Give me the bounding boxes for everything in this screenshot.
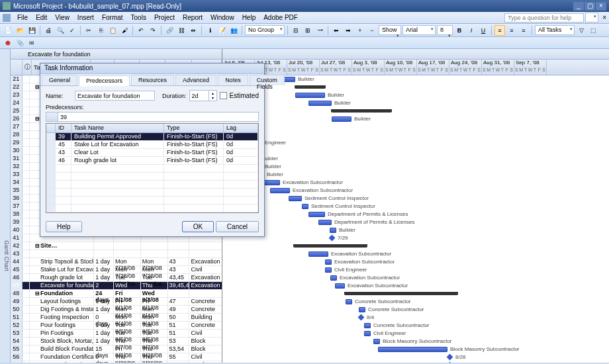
zoom-in-icon[interactable]: ⊞: [303, 25, 313, 36]
gantt-task-bar[interactable]: [378, 347, 447, 352]
tab-custom-fields[interactable]: Custom Fields: [250, 75, 285, 85]
task-row[interactable]: 55Build Block Foundation15 daysFri 8/8/0…: [11, 345, 222, 353]
task-row[interactable]: 53Pin Footings1 dayTue 8/5/08Tue 8/5/085…: [11, 330, 222, 338]
print-icon[interactable]: 🖨: [43, 25, 54, 36]
gantt-milestone[interactable]: [358, 314, 365, 321]
pdf-attach-icon[interactable]: 📎: [15, 38, 25, 48]
gantt-task-bar[interactable]: [289, 196, 302, 201]
font-dropdown[interactable]: Arial: [402, 25, 436, 35]
filter-dropdown[interactable]: All Tasks: [535, 25, 575, 35]
redo-icon[interactable]: ↷: [148, 25, 158, 36]
menu-report[interactable]: Report: [179, 13, 207, 23]
menu-insert[interactable]: Insert: [73, 13, 98, 23]
pdf-icon[interactable]: ⬢: [3, 38, 13, 48]
tab-general[interactable]: General: [42, 75, 77, 85]
task-row[interactable]: 51Footing Inspection0 daysMon 8/4/08Mon …: [11, 314, 222, 322]
gantt-task-bar[interactable]: [330, 228, 336, 233]
menu-view[interactable]: View: [51, 13, 73, 23]
tab-advanced[interactable]: Advanced: [175, 75, 216, 85]
split-icon[interactable]: ⇹: [188, 25, 199, 36]
wbs-icon[interactable]: ⬚: [588, 25, 598, 36]
task-row[interactable]: 54Stock Block, Mortar, Sand1 dayThu 8/7/…: [11, 338, 222, 345]
task-row[interactable]: 52Pour footings1 dayTue 8/5/08Tue 8/5/08…: [11, 322, 222, 330]
predecessor-row-empty[interactable]: [46, 165, 258, 173]
predecessor-row[interactable]: 46Rough grade lotFinish-to-Start (FS)0d: [46, 157, 258, 165]
estimated-checkbox[interactable]: [220, 92, 227, 99]
align-left-button[interactable]: ≡: [494, 25, 505, 36]
indent-icon[interactable]: ➡: [343, 25, 353, 36]
task-row[interactable]: 46Rough grade lot1 dayTue 7/29/08Tue 7/2…: [11, 274, 222, 282]
task-row[interactable]: 57Draw #1 (Location Survey)0 daysThu 8/2…: [11, 361, 222, 363]
gantt-task-bar[interactable]: [308, 101, 332, 106]
help-search-dropdown[interactable]: [585, 13, 598, 23]
align-right-button[interactable]: ≡: [518, 25, 529, 36]
gantt-summary-bar[interactable]: [332, 109, 391, 113]
view-tab-gantt[interactable]: Gantt Chart: [0, 49, 11, 363]
gantt-task-bar[interactable]: [308, 251, 328, 257]
undo-icon[interactable]: ↶: [136, 25, 146, 36]
grid-col-type[interactable]: Type: [164, 124, 224, 132]
new-icon[interactable]: 📄: [3, 25, 13, 36]
gantt-task-bar[interactable]: [364, 323, 371, 328]
close-button[interactable]: ×: [596, 2, 606, 11]
outdent-icon[interactable]: ⬅: [331, 25, 342, 36]
gantt-task-bar[interactable]: [346, 299, 352, 304]
notes-icon[interactable]: 📝: [216, 25, 227, 36]
tab-notes[interactable]: Notes: [218, 75, 248, 85]
grid-col-taskname[interactable]: Task Name: [71, 124, 164, 132]
assign-icon[interactable]: 👥: [228, 25, 239, 36]
gantt-task-bar[interactable]: [325, 267, 332, 273]
zoom-out-icon[interactable]: ⊟: [291, 25, 301, 36]
predecessor-row-empty[interactable]: [46, 173, 258, 181]
gantt-task-bar[interactable]: [373, 339, 380, 344]
gantt-task-bar[interactable]: [359, 307, 365, 312]
ok-button[interactable]: OK: [182, 221, 214, 232]
name-input[interactable]: [75, 91, 155, 101]
bold-button[interactable]: B: [454, 25, 465, 36]
gantt-milestone[interactable]: [447, 354, 453, 361]
menu-project[interactable]: Project: [150, 13, 179, 23]
predecessor-row-empty[interactable]: [46, 181, 258, 189]
predecessor-row-empty[interactable]: [46, 205, 258, 212]
menu-adobe-pdf[interactable]: Adobe PDF: [259, 13, 302, 23]
task-row[interactable]: 43: [11, 250, 222, 258]
row-num-header[interactable]: [11, 60, 23, 75]
pred-quick-input[interactable]: [58, 112, 259, 122]
gantt-task-bar[interactable]: [295, 93, 325, 98]
gantt-task-bar[interactable]: [335, 283, 345, 289]
gantt-task-bar[interactable]: [308, 212, 325, 217]
gantt-milestone[interactable]: [447, 362, 453, 363]
maximize-button[interactable]: ▢: [585, 2, 595, 11]
task-row[interactable]: 44Strip Topsoil & Stockpile1 dayMon 7/28…: [11, 258, 222, 266]
menu-file[interactable]: File: [13, 13, 32, 23]
predecessor-row-empty[interactable]: [46, 189, 258, 197]
minimize-button[interactable]: _: [573, 2, 584, 11]
show-dropdown[interactable]: Show: [379, 25, 401, 35]
menubar-close-button[interactable]: ×: [602, 14, 606, 21]
predecessor-row[interactable]: 45Stake Lot for ExcavationFinish-to-Star…: [46, 141, 258, 149]
gantt-task-bar[interactable]: [364, 331, 371, 336]
cancel-button[interactable]: Cancel: [216, 221, 259, 232]
task-row[interactable]: 47Excavate for foundation2 daysWed 7/30/…: [11, 282, 222, 290]
menu-edit[interactable]: Edit: [32, 13, 51, 23]
cut-icon[interactable]: ✂: [83, 25, 94, 36]
task-row[interactable]: 50Dig Footings & Install Reinforcing1 da…: [11, 306, 222, 314]
grid-col-id[interactable]: ID: [56, 124, 71, 132]
group-dropdown[interactable]: No Group: [245, 25, 285, 35]
gantt-task-bar[interactable]: [332, 116, 351, 122]
help-search-input[interactable]: [504, 13, 584, 23]
link-icon[interactable]: 🔗: [164, 25, 175, 36]
tab-predecessors[interactable]: Predecessors: [79, 75, 130, 86]
duration-spinner[interactable]: [209, 91, 216, 101]
gantt-task-bar[interactable]: [330, 275, 337, 281]
autofilter-icon[interactable]: ▽: [576, 25, 586, 36]
format-painter-icon[interactable]: 🖌: [119, 25, 130, 36]
gantt-summary-bar[interactable]: [295, 85, 325, 89]
show-subtasks-icon[interactable]: +: [355, 25, 365, 36]
unlink-icon[interactable]: ⛓: [176, 25, 187, 36]
pdf-mail-icon[interactable]: ✉: [26, 38, 37, 48]
gantt-summary-bar[interactable]: [345, 292, 457, 295]
hide-subtasks-icon[interactable]: −: [367, 25, 377, 36]
gantt-task-bar[interactable]: [318, 220, 332, 225]
indicator-header[interactable]: ⓘ: [23, 60, 32, 75]
